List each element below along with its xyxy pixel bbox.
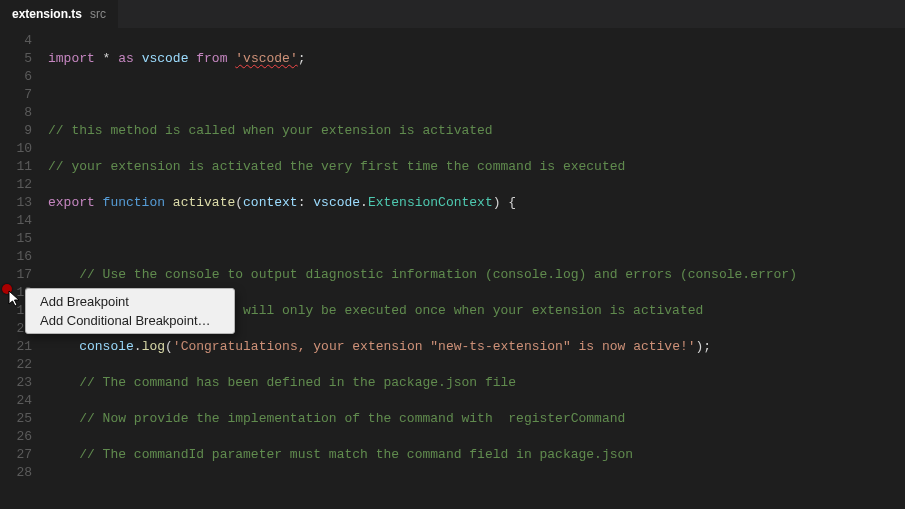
token: // The command has been defined in the p… <box>79 375 516 390</box>
code-editor[interactable]: 4 5 6 7 8 9 10 11 12 13 14 15 16 17 18 1… <box>0 28 905 509</box>
token: as <box>118 51 134 66</box>
line-number[interactable]: 24 <box>0 392 42 410</box>
token: . <box>360 195 368 210</box>
line-number[interactable]: 4 <box>0 32 42 50</box>
token: function <box>95 195 173 210</box>
gutter-context-menu: Add Breakpoint Add Conditional Breakpoin… <box>25 288 235 334</box>
token: . <box>134 339 142 354</box>
token: import <box>48 51 95 66</box>
token: ); <box>696 339 712 354</box>
code-line[interactable] <box>48 482 905 500</box>
code-line[interactable]: // your extension is activated the very … <box>48 158 905 176</box>
token: 'vscode' <box>235 51 297 66</box>
line-number[interactable]: 27 <box>0 446 42 464</box>
tab-filename: extension.ts <box>12 7 82 21</box>
token: ; <box>298 51 306 66</box>
code-line[interactable]: import * as vscode from 'vscode'; <box>48 50 905 68</box>
token: // Use the console to output diagnostic … <box>79 267 797 282</box>
line-number[interactable]: 14 <box>0 212 42 230</box>
token: vscode <box>313 195 360 210</box>
token: export <box>48 195 95 210</box>
line-number[interactable]: 13 <box>0 194 42 212</box>
line-number[interactable]: 17 <box>0 266 42 284</box>
line-number[interactable]: 28 <box>0 464 42 482</box>
token: // this method is called when your exten… <box>48 123 493 138</box>
token: * <box>95 51 118 66</box>
line-number[interactable]: 26 <box>0 428 42 446</box>
token: 'Congratulations, your extension "new-ts… <box>173 339 696 354</box>
line-number[interactable]: 25 <box>0 410 42 428</box>
token: ( <box>165 339 173 354</box>
token: ExtensionContext <box>368 195 493 210</box>
code-line[interactable] <box>48 86 905 104</box>
line-number[interactable]: 10 <box>0 140 42 158</box>
menu-item-add-conditional-breakpoint[interactable]: Add Conditional Breakpoint… <box>26 311 234 330</box>
tab-folder-label: src <box>90 7 106 21</box>
token: context <box>243 195 298 210</box>
token: from <box>196 51 227 66</box>
token: log <box>142 339 165 354</box>
menu-item-add-breakpoint[interactable]: Add Breakpoint <box>26 292 234 311</box>
line-number[interactable]: 15 <box>0 230 42 248</box>
token: // The commandId parameter must match th… <box>79 447 633 462</box>
tab-bar: extension.ts src <box>0 0 905 28</box>
code-line[interactable]: // this method is called when your exten… <box>48 122 905 140</box>
token: ( <box>235 195 243 210</box>
code-area[interactable]: import * as vscode from 'vscode'; // thi… <box>42 28 905 509</box>
line-number[interactable]: 16 <box>0 248 42 266</box>
line-number[interactable]: 8 <box>0 104 42 122</box>
token: : <box>298 195 314 210</box>
token: activate <box>173 195 235 210</box>
code-line[interactable]: // The command has been defined in the p… <box>48 374 905 392</box>
line-number[interactable]: 12 <box>0 176 42 194</box>
code-line[interactable]: console.log('Congratulations, your exten… <box>48 338 905 356</box>
code-line[interactable]: export function activate(context: vscode… <box>48 194 905 212</box>
line-number[interactable]: 6 <box>0 68 42 86</box>
code-line[interactable]: // Use the console to output diagnostic … <box>48 266 905 284</box>
code-line[interactable]: // The commandId parameter must match th… <box>48 446 905 464</box>
line-number[interactable]: 22 <box>0 356 42 374</box>
token: console <box>79 339 134 354</box>
code-line[interactable] <box>48 230 905 248</box>
token: // Now provide the implementation of the… <box>79 411 625 426</box>
code-line[interactable]: // Now provide the implementation of the… <box>48 410 905 428</box>
token: // your extension is activated the very … <box>48 159 625 174</box>
line-number[interactable]: 5 <box>0 50 42 68</box>
line-number-gutter[interactable]: 4 5 6 7 8 9 10 11 12 13 14 15 16 17 18 1… <box>0 28 42 509</box>
token: vscode <box>134 51 196 66</box>
line-number[interactable]: 9 <box>0 122 42 140</box>
line-number[interactable]: 11 <box>0 158 42 176</box>
token: ) { <box>493 195 516 210</box>
line-number[interactable]: 23 <box>0 374 42 392</box>
line-number[interactable]: 21 <box>0 338 42 356</box>
line-number[interactable]: 7 <box>0 86 42 104</box>
mouse-cursor-icon <box>8 290 22 308</box>
editor-tab-active[interactable]: extension.ts src <box>0 0 118 28</box>
